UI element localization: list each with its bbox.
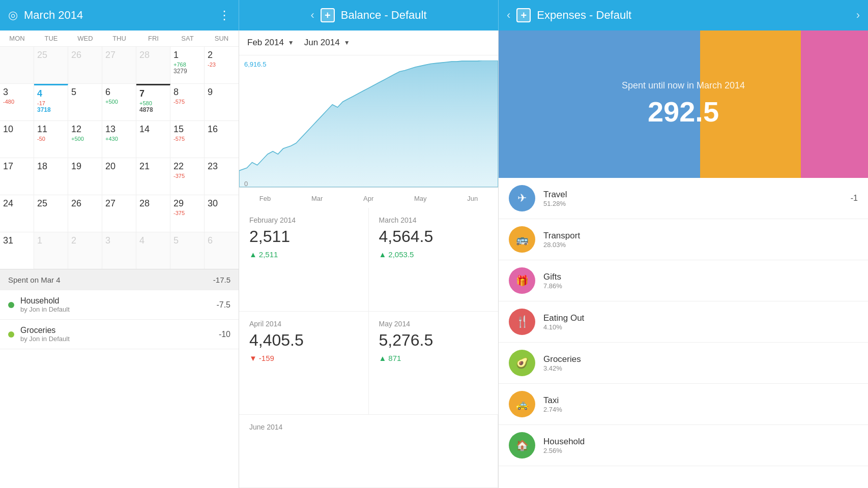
- calendar-week-1: 25 26 27 28 1 +768 3279 2 -23: [0, 46, 239, 83]
- cal-cell[interactable]: 6 +500: [102, 84, 136, 120]
- cal-cell[interactable]: 3 -480: [0, 84, 34, 120]
- cal-cell-today[interactable]: 4 -17 3718: [34, 84, 68, 120]
- list-item[interactable]: 🥑 Groceries 3.42%: [499, 343, 868, 384]
- cal-cell[interactable]: 13 +430: [102, 121, 136, 158]
- chevron-down-icon: ▼: [288, 39, 294, 46]
- cal-cell[interactable]: 29 -375: [170, 195, 205, 232]
- monthly-card-jun[interactable]: June 2014: [239, 415, 498, 488]
- main-content: MON TUE WED THU FRI SAT SUN 25 26 27 28 …: [0, 30, 868, 488]
- transaction-list: Household by Jon in Default -7.5 Groceri…: [0, 290, 239, 488]
- cal-cell[interactable]: 26: [68, 195, 102, 232]
- transaction-sub: by Jon in Default: [20, 306, 210, 313]
- cal-cell[interactable]: 31: [0, 232, 34, 269]
- cal-cell[interactable]: 5: [170, 232, 205, 269]
- cal-cell[interactable]: 22 -375: [170, 158, 205, 195]
- day-header-sun: SUN: [205, 30, 239, 46]
- monthly-card-change: ▲ 871: [379, 354, 488, 362]
- list-item[interactable]: 🏠 Household 2.56%: [499, 425, 868, 466]
- cal-cell[interactable]: 26: [68, 47, 102, 83]
- monthly-card-feb[interactable]: February 2014 2,511 ▲ 2,511: [239, 208, 369, 312]
- chart-x-labels: Feb Mar Apr May Jun: [239, 193, 498, 206]
- cal-cell-selected[interactable]: 7 +580 4878: [136, 84, 170, 120]
- cal-cell[interactable]: 2 -23: [205, 47, 239, 83]
- cal-cell[interactable]: 9: [205, 84, 239, 120]
- monthly-card-may[interactable]: May 2014 5,276.5 ▲ 871: [369, 312, 499, 415]
- cal-cell[interactable]: 19: [68, 158, 102, 195]
- category-info: Groceries 3.42%: [543, 354, 850, 372]
- cal-cell[interactable]: 2: [68, 232, 102, 269]
- cal-cell[interactable]: 27: [102, 195, 136, 232]
- transaction-name: Groceries: [20, 326, 213, 335]
- cal-cell[interactable]: 17: [0, 158, 34, 195]
- cal-cell[interactable]: 8 -575: [170, 84, 205, 120]
- calendar-title: March 2014: [24, 9, 83, 22]
- cal-cell[interactable]: [0, 47, 34, 83]
- cal-cell[interactable]: 6: [205, 232, 239, 269]
- menu-icon[interactable]: ⋮: [218, 8, 230, 22]
- monthly-card-month: May 2014: [379, 320, 488, 328]
- list-item[interactable]: Household by Jon in Default -7.5: [0, 290, 239, 320]
- calendar-week-2: 3 -480 4 -17 3718 5 6 +500 7 +580: [0, 83, 239, 120]
- calendar-week-6: 31 1 2 3 4 5 6: [0, 232, 239, 269]
- cal-cell[interactable]: 25: [34, 47, 68, 83]
- chart-range-end[interactable]: Jun 2014 ▼: [304, 38, 350, 48]
- monthly-card-amount: 5,276.5: [379, 331, 488, 350]
- cal-cell[interactable]: 15 -575: [170, 121, 205, 158]
- add-expenses-button[interactable]: +: [516, 8, 531, 22]
- cal-cell[interactable]: 5: [68, 84, 102, 120]
- cal-cell[interactable]: 25: [34, 195, 68, 232]
- list-item[interactable]: 🚕 Taxi 2.74%: [499, 384, 868, 425]
- cal-cell[interactable]: 20: [102, 158, 136, 195]
- monthly-card-amount: 2,511: [249, 227, 358, 246]
- chart-range-start[interactable]: Feb 2014 ▼: [247, 38, 294, 48]
- cal-cell[interactable]: 16: [205, 121, 239, 158]
- balance-chart: [239, 60, 498, 193]
- cal-cell[interactable]: 28: [136, 195, 170, 232]
- list-item[interactable]: 🍴 Eating Out 4.10%: [499, 301, 868, 343]
- cal-cell[interactable]: 27: [102, 47, 136, 83]
- cal-cell[interactable]: 23: [205, 158, 239, 195]
- list-item[interactable]: ✈ Travel 51.28% -1: [499, 178, 868, 219]
- category-pct: 3.42%: [543, 364, 850, 372]
- travel-icon: ✈: [509, 185, 535, 211]
- monthly-card-month: March 2014: [379, 216, 488, 224]
- calendar-panel: MON TUE WED THU FRI SAT SUN 25 26 27 28 …: [0, 30, 239, 488]
- nav-left-expenses[interactable]: ‹: [507, 9, 510, 22]
- monthly-card-mar[interactable]: March 2014 4,564.5 ▲ 2,053.5: [369, 208, 499, 312]
- groceries-icon: 🥑: [509, 350, 535, 376]
- chart-start-label: Feb 2014: [247, 38, 284, 48]
- transport-icon: 🚌: [509, 226, 535, 253]
- expenses-header: Spent until now in March 2014 292.5: [499, 30, 868, 178]
- nav-right-expenses[interactable]: ›: [856, 9, 860, 22]
- calendar-grid: MON TUE WED THU FRI SAT SUN 25 26 27 28 …: [0, 30, 239, 269]
- cal-cell[interactable]: 1: [34, 232, 68, 269]
- spent-summary: Spent on Mar 4 -17.5: [0, 269, 239, 290]
- cal-cell[interactable]: 3: [102, 232, 136, 269]
- cal-cell[interactable]: 10: [0, 121, 34, 158]
- cal-cell[interactable]: 28: [136, 47, 170, 83]
- chart-x-label-apr: Apr: [363, 195, 373, 202]
- cal-cell[interactable]: 1 +768 3279: [170, 47, 205, 83]
- monthly-card-apr[interactable]: April 2014 4,405.5 ▼ -159: [239, 312, 369, 415]
- spent-label: Spent on Mar 4: [8, 276, 61, 284]
- category-pct: 2.56%: [543, 447, 850, 454]
- cal-cell[interactable]: 12 +500: [68, 121, 102, 158]
- nav-left-balance[interactable]: ‹: [310, 9, 314, 22]
- category-pct: 2.74%: [543, 406, 850, 413]
- cal-cell[interactable]: 21: [136, 158, 170, 195]
- cal-cell[interactable]: 24: [0, 195, 34, 232]
- cal-cell[interactable]: 11 -50: [34, 121, 68, 158]
- cal-cell[interactable]: 14: [136, 121, 170, 158]
- balance-title: Balance - Default: [341, 9, 427, 22]
- category-dot: [8, 331, 14, 338]
- cal-cell[interactable]: 18: [34, 158, 68, 195]
- list-item[interactable]: 🚌 Transport 28.03%: [499, 219, 868, 260]
- cal-cell[interactable]: 4: [136, 232, 170, 269]
- list-item[interactable]: 🎁 Gifts 7.86%: [499, 260, 868, 301]
- transaction-name: Household: [20, 296, 210, 306]
- cal-cell[interactable]: 30: [205, 195, 239, 232]
- category-pct: 51.28%: [543, 200, 843, 207]
- list-item[interactable]: Groceries by Jon in Default -10: [0, 320, 239, 349]
- add-balance-button[interactable]: +: [321, 8, 335, 22]
- expenses-subtitle: Spent until now in March 2014: [622, 80, 745, 91]
